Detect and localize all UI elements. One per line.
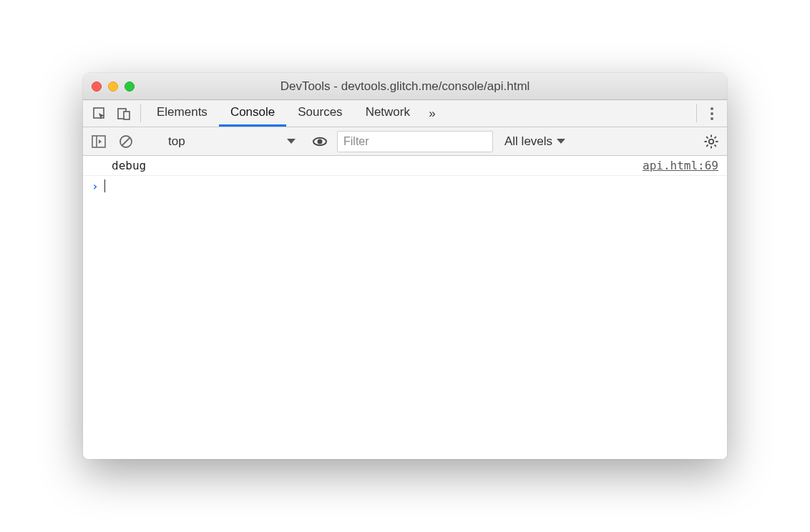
prompt-caret-icon: ›	[92, 179, 99, 193]
log-message: debug	[112, 159, 146, 172]
context-value: top	[168, 134, 185, 149]
tab-network[interactable]: Network	[354, 100, 421, 127]
divider	[696, 104, 697, 122]
chevron-down-icon	[287, 139, 296, 144]
console-prompt-row[interactable]: ›	[83, 176, 727, 196]
svg-line-14	[706, 137, 708, 138]
tab-label: Console	[230, 105, 275, 119]
levels-label: All levels	[504, 134, 552, 149]
titlebar: DevTools - devtools.glitch.me/console/ap…	[83, 73, 727, 100]
svg-point-8	[318, 139, 323, 144]
tab-console[interactable]: Console	[219, 100, 286, 127]
console-settings-icon[interactable]	[701, 132, 721, 152]
tab-elements[interactable]: Elements	[145, 100, 219, 127]
tab-label: Elements	[157, 105, 208, 119]
device-toolbar-icon[interactable]	[112, 100, 136, 127]
window-zoom-button[interactable]	[125, 82, 135, 92]
chevron-down-icon	[557, 139, 565, 144]
inspect-element-icon[interactable]	[87, 100, 112, 127]
console-sidebar-toggle-icon[interactable]	[89, 132, 109, 152]
filter-input[interactable]	[337, 131, 493, 152]
traffic-lights	[92, 82, 135, 92]
console-toolbar: top All levels	[83, 127, 727, 156]
svg-rect-2	[124, 112, 130, 119]
tab-label: Sources	[298, 105, 342, 119]
clear-console-icon[interactable]	[116, 132, 136, 152]
window-minimize-button[interactable]	[108, 82, 118, 92]
settings-menu-button[interactable]	[701, 100, 723, 127]
svg-line-16	[715, 137, 716, 138]
window-title: DevTools - devtools.glitch.me/console/ap…	[92, 79, 718, 94]
devtools-tabbar: Elements Console Sources Network »	[83, 100, 727, 127]
live-expression-icon[interactable]	[310, 132, 330, 152]
execution-context-dropdown[interactable]: top	[160, 131, 303, 152]
svg-line-15	[715, 144, 716, 146]
more-tabs-button[interactable]: »	[421, 100, 443, 127]
chevron-right-double-icon: »	[429, 107, 435, 121]
kebab-icon	[711, 107, 713, 120]
log-source-link[interactable]: api.html:69	[643, 159, 718, 172]
tab-sources[interactable]: Sources	[286, 100, 353, 127]
spacer	[443, 100, 692, 127]
svg-point-9	[709, 139, 713, 143]
console-body: debug api.html:69 ›	[83, 156, 727, 459]
divider	[140, 104, 141, 122]
svg-line-6	[122, 137, 130, 145]
tab-label: Network	[366, 105, 410, 119]
window-close-button[interactable]	[92, 82, 102, 92]
devtools-window: DevTools - devtools.glitch.me/console/ap…	[83, 73, 727, 459]
svg-line-17	[706, 144, 708, 146]
log-levels-dropdown[interactable]: All levels	[500, 134, 570, 149]
console-log-row: debug api.html:69	[83, 156, 727, 176]
text-cursor	[104, 179, 105, 192]
